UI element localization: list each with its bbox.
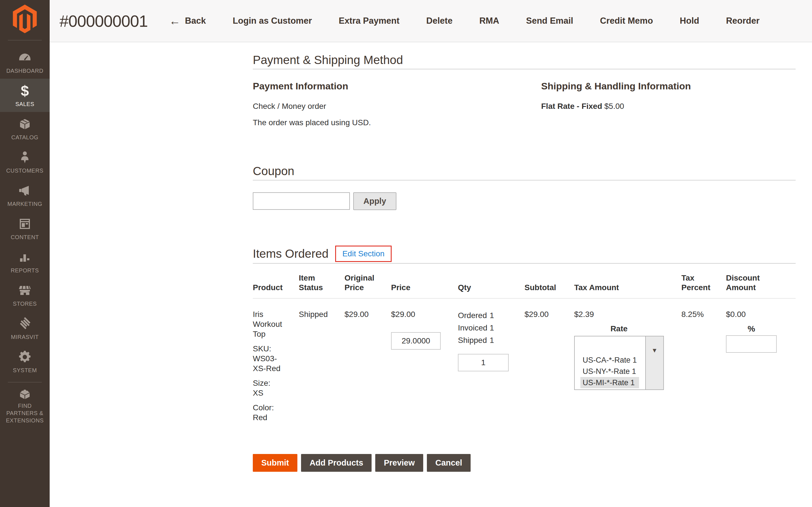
rate-label: Rate [574, 324, 664, 334]
back-button[interactable]: ← Back [169, 15, 206, 26]
shipping-method-price: $5.00 [604, 102, 624, 111]
magento-admin-order-page: DASHBOARD $ SALES CATALOG CUSTOMERS MARK… [0, 0, 812, 507]
price-cell: $29.00 [391, 299, 458, 422]
item-status-cell: Shipped [299, 299, 344, 422]
discount-percent-widget: % [726, 324, 777, 353]
original-price-cell: $29.00 [344, 299, 391, 422]
tax-rate-select[interactable]: ▼ US-CA-*-Rate 1 US-NY-*-Rate 1 US-MI-*-… [574, 336, 664, 390]
rma-button[interactable]: RMA [479, 16, 499, 26]
rate-option-us-ca[interactable]: US-CA-*-Rate 1 [580, 354, 639, 366]
tax-amount-cell: $2.39 Rate ▼ US-CA-*-Rate 1 US-NY-*-Rate… [574, 299, 682, 422]
price-value: $29.00 [391, 309, 458, 319]
tax-percent-cell: 8.25% [682, 299, 726, 422]
send-email-button[interactable]: Send Email [526, 16, 573, 26]
chevron-down-icon: ▼ [651, 345, 658, 355]
shipping-information-title: Shipping & Handling Information [541, 81, 796, 91]
payment-shipping-section-title: Payment & Shipping Method [253, 54, 796, 69]
sidebar-item-dashboard[interactable]: DASHBOARD [0, 45, 50, 79]
coupon-section-title: Coupon [253, 165, 796, 180]
marketing-icon [17, 183, 32, 199]
cancel-button[interactable]: Cancel [427, 454, 471, 472]
preview-button[interactable]: Preview [375, 454, 423, 472]
sidebar-item-label: STORES [13, 300, 37, 307]
product-size: Size: XS [253, 378, 283, 398]
shipping-method-line: Flat Rate - Fixed $5.00 [541, 102, 796, 111]
back-arrow-icon: ← [169, 15, 180, 26]
rate-option-us-ny[interactable]: US-NY-*-Rate 1 [580, 366, 639, 377]
column-header-original-price: Original Price [344, 273, 391, 298]
edit-section-link[interactable]: Edit Section [342, 249, 384, 258]
items-ordered-header: Items Ordered Edit Section [253, 245, 796, 264]
login-as-customer-button[interactable]: Login as Customer [233, 16, 312, 26]
admin-sidebar: DASHBOARD $ SALES CATALOG CUSTOMERS MARK… [0, 0, 50, 507]
qty-breakdown: Ordered 1 Invoiced 1 Shipped 1 [458, 309, 494, 347]
items-ordered-title: Items Ordered [253, 247, 328, 261]
mirasvit-icon [17, 316, 32, 332]
payment-currency-note: The order was placed using USD. [253, 118, 541, 127]
delete-button[interactable]: Delete [426, 16, 452, 26]
extensions-icon [17, 387, 32, 400]
submit-button[interactable]: Submit [253, 454, 297, 472]
order-number-title: #000000001 [59, 11, 148, 31]
order-content: Payment & Shipping Method Payment Inform… [253, 42, 796, 472]
sidebar-item-label: SALES [15, 100, 35, 108]
table-row: Iris Workout Top SKU: WS03-XS-Red Size: … [253, 299, 796, 422]
product-sku: SKU: WS03-XS-Red [253, 344, 283, 373]
rate-select-scrollbar[interactable]: ▼ [645, 336, 663, 389]
sidebar-item-label: CONTENT [11, 233, 39, 241]
sidebar-item-label: REPORTS [11, 267, 39, 274]
payment-information-column: Payment Information Check / Money order … [253, 81, 541, 127]
sidebar-item-content[interactable]: CONTENT [0, 212, 50, 245]
sidebar-item-label: CATALOG [11, 134, 38, 141]
qty-shipped-line: Shipped 1 [458, 334, 494, 347]
discount-value: $0.00 [726, 309, 795, 319]
qty-cell: Ordered 1 Invoiced 1 Shipped 1 [458, 299, 525, 422]
discount-percent-input[interactable] [726, 335, 777, 353]
sidebar-item-stores[interactable]: STORES [0, 278, 50, 312]
dashboard-icon [17, 50, 32, 65]
column-header-product: Product [253, 283, 299, 298]
sales-icon: $ [21, 83, 29, 99]
column-header-tax-amount: Tax Amount [574, 283, 682, 298]
back-label: Back [185, 16, 206, 26]
sidebar-item-mirasvit[interactable]: MIRASVIT [0, 312, 50, 345]
column-header-item-status: Item Status [299, 273, 344, 298]
payment-shipping-columns: Payment Information Check / Money order … [253, 81, 796, 127]
column-header-price: Price [391, 283, 458, 298]
qty-input[interactable] [458, 354, 509, 372]
coupon-code-input[interactable] [253, 192, 350, 210]
magento-logo-icon [11, 4, 38, 35]
header-actions: ← Back Login as Customer Extra Payment D… [169, 15, 760, 26]
credit-memo-button[interactable]: Credit Memo [600, 16, 653, 26]
stores-icon [17, 283, 32, 298]
sidebar-item-sales[interactable]: $ SALES [0, 79, 50, 112]
content-icon [17, 216, 32, 232]
sidebar-item-label: FIND PARTNERS & EXTENSIONS [2, 402, 47, 424]
sidebar-item-system[interactable]: SYSTEM [0, 345, 50, 378]
sidebar-item-customers[interactable]: CUSTOMERS [0, 145, 50, 178]
add-products-button[interactable]: Add Products [301, 454, 372, 472]
sidebar-item-label: CUSTOMERS [6, 167, 44, 174]
reorder-button[interactable]: Reorder [726, 16, 760, 26]
sidebar-item-catalog[interactable]: CATALOG [0, 112, 50, 145]
sidebar-item-marketing[interactable]: MARKETING [0, 178, 50, 212]
items-table-header: Product Item Status Original Price Price… [253, 273, 796, 299]
price-input[interactable] [391, 332, 441, 350]
magento-logo[interactable] [0, 0, 50, 36]
hold-button[interactable]: Hold [680, 16, 699, 26]
rate-option-us-mi[interactable]: US-MI-*-Rate 1 [580, 377, 639, 388]
apply-coupon-button[interactable]: Apply [353, 192, 396, 210]
shipping-method-name: Flat Rate - Fixed [541, 102, 602, 111]
sidebar-item-reports[interactable]: REPORTS [0, 245, 50, 278]
product-cell: Iris Workout Top SKU: WS03-XS-Red Size: … [253, 299, 299, 422]
sidebar-item-label: MARKETING [7, 200, 42, 208]
qty-ordered-line: Ordered 1 [458, 309, 494, 322]
sidebar-item-label: DASHBOARD [6, 67, 43, 74]
sidebar-item-find-partners[interactable]: FIND PARTNERS & EXTENSIONS [0, 387, 50, 424]
discount-cell: $0.00 % [726, 299, 795, 422]
percent-label: % [726, 324, 777, 334]
column-header-subtotal: Subtotal [525, 283, 574, 298]
extra-payment-button[interactable]: Extra Payment [338, 16, 399, 26]
tax-amount-value: $2.39 [574, 309, 682, 319]
subtotal-cell: $29.00 [525, 299, 574, 422]
